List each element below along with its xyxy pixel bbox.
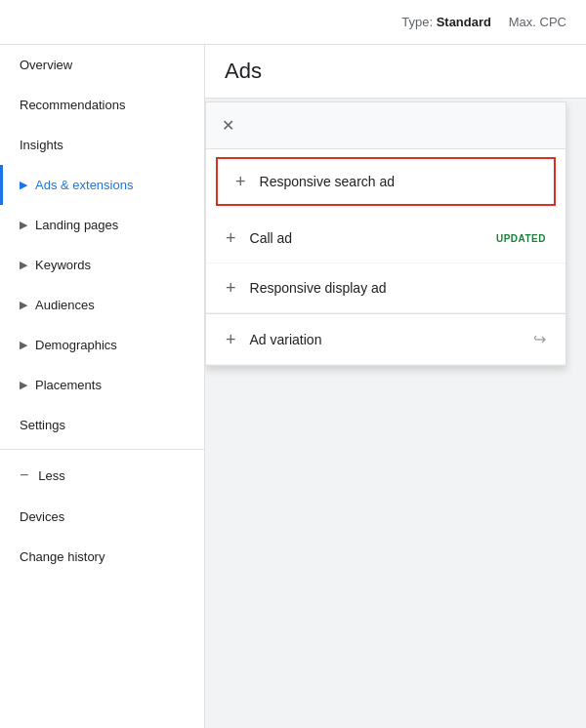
plus-icon: + [226,229,236,247]
sidebar: Overview Recommendations Insights ▶ Ads … [0,45,205,728]
sidebar-item-insights[interactable]: Insights [0,125,204,165]
sidebar-item-overview[interactable]: Overview [0,45,204,85]
content-area: Ads ✕ + Responsive search ad + Call ad U… [205,45,586,728]
top-bar: Type: Standard Max. CPC [0,0,586,45]
sidebar-item-settings[interactable]: Settings [0,405,204,445]
ad-type-dropdown: ✕ + Responsive search ad + Call ad UPDAT… [205,101,566,366]
close-icon[interactable]: ✕ [222,116,234,135]
arrow-icon: ▶ [20,179,27,191]
sidebar-item-audiences[interactable]: ▶ Audiences [0,285,204,325]
type-label: Type: Standard [401,15,491,29]
sidebar-item-keywords[interactable]: ▶ Keywords [0,245,204,285]
plus-icon: + [226,331,236,348]
maxcpc-label: Max. CPC [509,15,566,29]
main-layout: Overview Recommendations Insights ▶ Ads … [0,45,586,728]
type-value: Standard [437,15,491,29]
arrow-icon: ▶ [20,299,27,311]
sidebar-less-button[interactable]: − Less [0,454,204,497]
sidebar-item-ads-extensions[interactable]: ▶ Ads & extensions [0,165,204,205]
updated-badge: UPDATED [496,233,546,244]
external-link-icon: ↪ [533,330,546,348]
sidebar-item-demographics[interactable]: ▶ Demographics [0,325,204,365]
arrow-icon: ▶ [20,339,27,351]
arrow-icon: ▶ [20,259,27,271]
dropdown-item-responsive-display-ad[interactable]: + Responsive display ad [206,263,565,313]
sidebar-item-placements[interactable]: ▶ Placements [0,365,204,405]
dropdown-header: ✕ [206,102,565,149]
dropdown-item-ad-variation[interactable]: + Ad variation ↪ [206,313,565,365]
sidebar-item-devices[interactable]: Devices [0,497,204,537]
sidebar-item-landing-pages[interactable]: ▶ Landing pages [0,205,204,245]
sidebar-item-recommendations[interactable]: Recommendations [0,85,204,125]
plus-icon: + [235,173,246,190]
sidebar-divider [0,449,204,450]
arrow-icon: ▶ [20,219,27,231]
ads-header: Ads [205,45,586,99]
dropdown-item-responsive-search-ad[interactable]: + Responsive search ad [216,157,556,206]
minus-icon: − [20,466,28,484]
page-title: Ads [225,59,566,84]
arrow-icon: ▶ [20,379,27,391]
dropdown-items: + Responsive search ad + Call ad UPDATED… [206,157,565,365]
sidebar-item-change-history[interactable]: Change history [0,537,204,577]
dropdown-item-call-ad[interactable]: + Call ad UPDATED [206,214,565,263]
plus-icon: + [226,279,236,297]
